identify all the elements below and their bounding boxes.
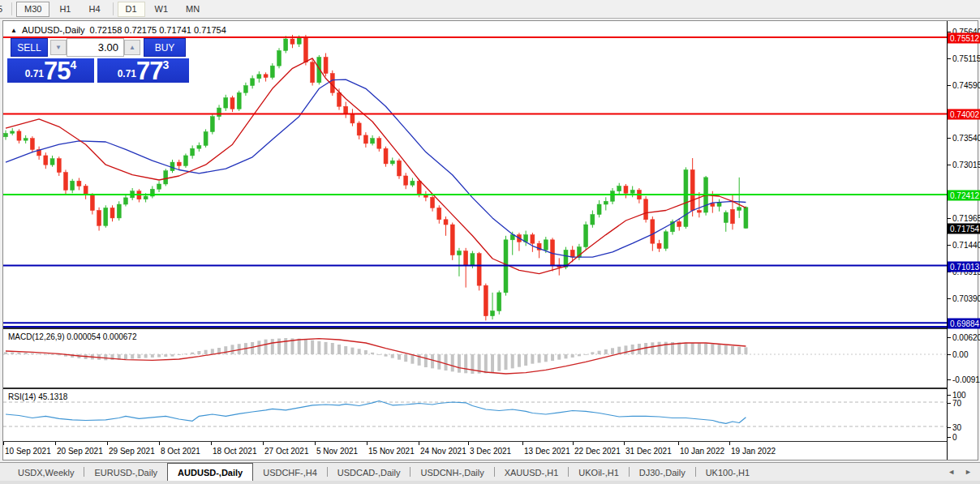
date-label: 5 Nov 2021 [316, 447, 358, 456]
chart-tab-xauusd-h1[interactable]: XAUUSD-,H1 [495, 465, 569, 481]
price-label: 0.70390 [952, 293, 980, 302]
price-tick [948, 138, 951, 139]
price-label: 0.71965 [952, 213, 980, 222]
sell-price-prefix: 0.71 [25, 68, 44, 79]
date-tick [55, 442, 56, 445]
date-tick [159, 442, 160, 445]
timeframe-button-5[interactable]: 5 [0, 2, 7, 17]
buy-price-display[interactable]: 0.71 77 3 [97, 58, 189, 83]
buy-price-point: 3 [163, 58, 170, 71]
chart-tab-audusd-daily[interactable]: AUDUSD-,Daily [167, 463, 253, 481]
rsi-canvas[interactable] [3, 389, 947, 441]
chart-tab-bar: USDX,WeeklyEURUSD-,DailyAUDUSD-,DailyUSD… [0, 462, 980, 481]
toolbar-separator [11, 2, 12, 15]
price-tick [948, 437, 951, 438]
timeframe-toolbar: 5M30H1H4D1W1MN [0, 0, 980, 19]
volume-input[interactable]: 3.00 [67, 38, 124, 57]
volume-increase-button[interactable]: ▲ [124, 40, 140, 55]
price-tick [948, 298, 951, 299]
chart-tab-usdcnh-daily[interactable]: USDCNH-,Daily [410, 465, 493, 481]
price-line-chip: 0.72412 [948, 190, 980, 200]
price-tick [948, 403, 951, 404]
tab-scroll-right-icon[interactable]: ► [965, 468, 972, 476]
chart-tab-usdcad-daily[interactable]: USDCAD-,Daily [328, 465, 410, 481]
rsi-label: RSI(14) 45.1318 [8, 392, 67, 401]
date-label: 31 Dec 2021 [625, 447, 672, 456]
chart-tab-uk100-h1[interactable]: UK100-,H1 [696, 465, 759, 481]
date-label: 8 Oct 2021 [161, 447, 200, 456]
price-tick [948, 245, 951, 246]
date-label: 19 Jan 2022 [731, 447, 776, 456]
price-line-chip: 0.74002 [948, 109, 980, 120]
volume-decrease-button[interactable]: ▼ [50, 40, 67, 55]
sell-price-display[interactable]: 0.71 75 4 [7, 58, 94, 83]
chart-tab-usdchf-h4[interactable]: USDCHF-,H4 [253, 465, 327, 481]
tab-scroll-left-icon[interactable]: ◄ [948, 468, 955, 476]
date-axis: 10 Sep 202120 Sep 202129 Sep 20218 Oct 2… [3, 442, 947, 460]
plot-area: 10 Sep 202120 Sep 202129 Sep 20218 Oct 2… [3, 21, 947, 460]
arrow-down-icon: ▼ [55, 44, 62, 51]
date-label: 24 Nov 2021 [420, 447, 466, 456]
date-tick [211, 442, 212, 445]
date-label: 29 Sep 2021 [109, 447, 155, 456]
macd-canvas[interactable] [3, 329, 947, 388]
price-tick [948, 395, 951, 396]
chart-tab-ukoil-h1[interactable]: UKOil-,H1 [569, 465, 629, 481]
rsi-axis-label: 70 [952, 399, 961, 408]
date-tick [315, 442, 316, 445]
mt4-terminal: 5M30H1H4D1W1MN 10 Sep 202120 Sep 202129 … [0, 0, 980, 484]
timeframe-button-h4[interactable]: H4 [80, 2, 108, 17]
date-tick [573, 442, 574, 445]
sell-price-point: 4 [71, 58, 77, 71]
date-label: 15 Nov 2021 [368, 447, 415, 456]
window-bottom-edge [0, 481, 980, 484]
date-tick [468, 442, 469, 445]
price-tick [948, 58, 951, 59]
timeframe-button-d1[interactable]: D1 [118, 2, 145, 17]
price-label: 0.73540 [952, 134, 980, 143]
timeframe-button-w1[interactable]: W1 [147, 2, 177, 17]
date-tick [419, 442, 419, 445]
sell-price-pips: 75 [44, 60, 70, 82]
arrow-up-icon: ▲ [129, 44, 135, 51]
date-tick [263, 442, 264, 445]
chart-ohlc-values: 0.72158 0.72175 0.71741 0.71754 [90, 25, 226, 35]
macd-label: MACD(12,26,9) 0.000054 0.000672 [8, 332, 136, 341]
price-tick [948, 218, 951, 219]
date-label: 10 Jan 2022 [680, 447, 724, 456]
buy-button[interactable]: BUY [144, 38, 186, 57]
price-tick [948, 379, 951, 380]
sell-button[interactable]: SELL [11, 38, 48, 57]
timeframe-button-h1[interactable]: H1 [51, 2, 79, 17]
price-label: 0.73015 [952, 161, 980, 169]
rsi-axis-label: 0 [952, 433, 957, 442]
buy-price-prefix: 0.71 [118, 68, 136, 79]
price-label: 0.75115 [952, 54, 980, 62]
rsi-axis-label: 30 [952, 423, 961, 432]
date-label: 20 Sep 2021 [57, 447, 103, 456]
date-tick [678, 442, 679, 445]
price-line-chip: 0.71013 [948, 261, 980, 272]
price-line-chip: 0.75512 [948, 33, 980, 44]
price-label: 0.71440 [952, 240, 980, 249]
chart-tab-usdx-weekly[interactable]: USDX,Weekly [8, 465, 84, 481]
collapse-arrow-icon[interactable]: ▲ [11, 27, 17, 34]
toolbar-separator [113, 2, 114, 15]
chart-tab-dj30-daily[interactable]: DJ30-,Daily [630, 465, 695, 481]
chart-window: 10 Sep 202120 Sep 202129 Sep 20218 Oct 2… [2, 20, 978, 460]
buy-price-pips: 77 [136, 60, 162, 82]
chart-tab-eurusd-daily[interactable]: EURUSD-,Daily [84, 465, 167, 481]
price-line-chip: 0.71754 [948, 224, 980, 234]
date-tick [367, 442, 368, 445]
timeframe-button-mn[interactable]: MN [178, 2, 208, 17]
date-label: 10 Sep 2021 [5, 447, 51, 456]
date-tick [624, 442, 625, 445]
date-label: 27 Oct 2021 [264, 447, 308, 456]
timeframe-button-m30[interactable]: M30 [16, 2, 49, 17]
price-tick [948, 354, 951, 355]
date-tick [522, 442, 523, 445]
price-axis[interactable]: 0.756400.751150.745900.735400.730150.719… [947, 21, 978, 460]
date-label: 18 Oct 2021 [213, 447, 256, 456]
price-tick [948, 165, 951, 165]
price-line-chip: 0.69884 [948, 319, 980, 329]
